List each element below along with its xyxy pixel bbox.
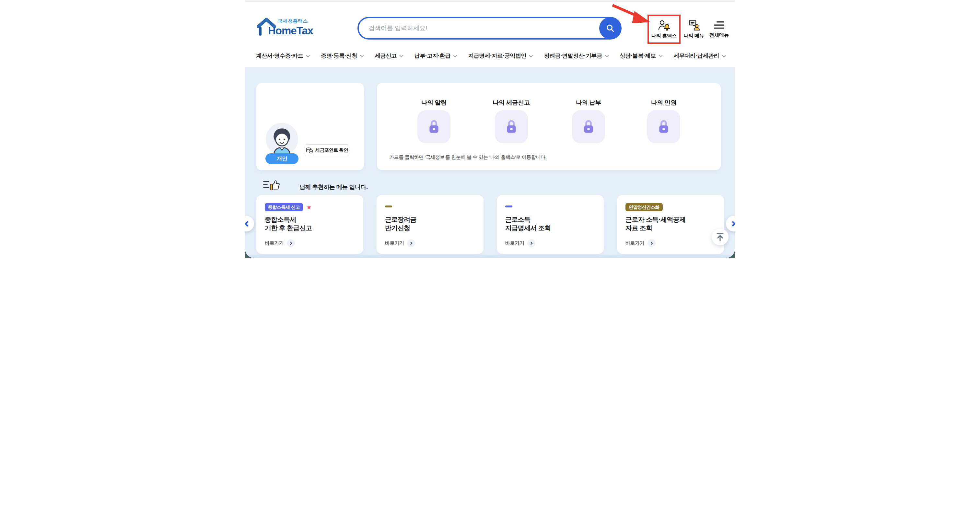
chevron-down-icon [722, 53, 726, 57]
lock-tile [572, 110, 605, 143]
user-type-badge: 개인 [266, 153, 299, 164]
person-bell-icon [657, 20, 670, 31]
card-title: 종합소득세 기한 후 환급신고 [265, 215, 312, 233]
carousel-prev-button[interactable] [245, 216, 254, 231]
quick-menu: 나의 홈택스 나의 메뉴 전체메뉴 [648, 14, 731, 44]
chevron-down-icon [659, 53, 663, 57]
hometax-logo[interactable]: 국세청홈택스 HomeTax [256, 16, 318, 42]
chevron-down-icon [453, 53, 457, 57]
thumbs-up-list-icon [263, 179, 280, 191]
shortcut-link[interactable]: 바로가기 [625, 239, 655, 247]
hamburger-icon [714, 21, 725, 30]
status-caption: 카드를 클릭하면 '국세정보'를 한눈에 볼 수 있는 '나의 홈택스'로 이동… [389, 154, 547, 161]
nav-item-consultation[interactable]: 상담·불복·제보 [620, 52, 662, 60]
nav-item-tax-agent[interactable]: 세무대리·납세관리 [674, 52, 725, 60]
chevron-down-icon [399, 53, 404, 57]
lock-tile [417, 110, 450, 143]
tax-points-label: 세금포인트 확인 [315, 147, 348, 153]
shortcut-link[interactable]: 바로가기 [505, 239, 535, 247]
person-avatar-icon [266, 123, 298, 155]
content-panel: 개인 P 세금포인트 확인 나의 알림 [245, 67, 735, 258]
recommend-card-work-incentive: 근로장려금 반기신청 바로가기 [377, 195, 484, 254]
shortcut-link[interactable]: 바로가기 [265, 239, 295, 247]
lock-tile [495, 110, 528, 143]
my-payment-card[interactable]: 나의 납부 [572, 99, 605, 170]
my-civil-service-card[interactable]: 나의 민원 [647, 99, 680, 170]
lock-tile [647, 110, 680, 143]
search-input[interactable] [359, 18, 620, 38]
bottom-strip [245, 255, 735, 258]
search-icon [605, 23, 615, 33]
nav-item-invoice-receipt-card[interactable]: 계산서·영수증·카드 [256, 52, 310, 60]
my-hometax-label: 나의 홈택스 [651, 33, 677, 39]
card-dash [385, 205, 392, 207]
profile-card: 개인 P 세금포인트 확인 [256, 83, 364, 170]
logo-title: HomeTax [268, 25, 313, 37]
lock-icon [658, 119, 670, 134]
card-title: 근로자 소득·세액공제 자료 조회 [625, 215, 686, 233]
coins-icon: P [306, 147, 313, 154]
nav-item-certificates[interactable]: 증명·등록·신청 [321, 52, 363, 60]
tax-points-button[interactable]: P 세금포인트 확인 [305, 144, 349, 156]
star-icon: ★ [306, 204, 312, 210]
my-hometax-button[interactable]: 나의 홈택스 [648, 14, 681, 44]
lock-icon [428, 119, 440, 134]
my-status-card: 나의 알림 나의 세금신고 [377, 83, 721, 170]
chevron-right-icon[interactable] [287, 239, 295, 247]
carousel-next-button[interactable] [726, 216, 735, 231]
chevron-right-icon[interactable] [527, 239, 535, 247]
chevron-down-icon [306, 53, 310, 57]
nav-item-incentives[interactable]: 장려금·연말정산·기부금 [544, 52, 608, 60]
top-strip [245, 0, 735, 2]
card-title: 근로장려금 반기신청 [385, 215, 417, 233]
chevron-down-icon [529, 53, 533, 57]
arrow-up-icon [716, 233, 724, 242]
all-menu-label: 전체메뉴 [710, 32, 729, 38]
avatar [266, 123, 298, 155]
lock-icon [506, 119, 517, 134]
card-title: 근로소득 지급명세서 조회 [505, 215, 551, 233]
card-badge: 연말정산간소화 [625, 203, 663, 211]
chevron-right-icon[interactable] [648, 239, 655, 247]
chevron-right-icon [730, 221, 735, 226]
search-bar [358, 17, 622, 40]
scroll-to-top-button[interactable] [712, 228, 729, 245]
svg-text:P: P [310, 150, 312, 153]
content-area: 개인 P 세금포인트 확인 나의 알림 [245, 67, 735, 258]
recommend-card-income-tax: 종합소득세 신고 ★ 종합소득세 기한 후 환급신고 바로가기 [256, 195, 363, 254]
nav-item-payment-refund[interactable]: 납부·고지·환급 [414, 52, 457, 60]
nav-item-statements[interactable]: 지급명세·자료·공익법인 [468, 52, 533, 60]
logo-subtitle: 국세청홈택스 [278, 18, 308, 24]
all-menu-button[interactable]: 전체메뉴 [707, 14, 731, 44]
my-menu-label: 나의 메뉴 [684, 33, 704, 39]
card-dash [505, 205, 512, 207]
chevron-right-icon[interactable] [407, 239, 415, 247]
shortcut-link[interactable]: 바로가기 [385, 239, 415, 247]
my-menu-button[interactable]: 나의 메뉴 [682, 14, 706, 44]
chevron-down-icon [605, 53, 609, 57]
recommend-card-earned-income: 근로소득 지급명세서 조회 바로가기 [497, 195, 604, 254]
recommend-card-year-end: 연말정산간소화 근로자 소득·세액공제 자료 조회 바로가기 [617, 195, 724, 254]
hometax-homepage: 국세청홈택스 HomeTax [245, 0, 735, 258]
chevron-left-icon [245, 221, 250, 226]
list-person-icon [687, 20, 700, 31]
card-badge: 종합소득세 신고 [265, 203, 303, 211]
chevron-down-icon [360, 53, 364, 57]
recommend-heading: 님께 추천하는 메뉴 입니다. [299, 183, 368, 191]
search-button[interactable] [599, 17, 621, 39]
lock-icon [583, 119, 594, 134]
main-nav: 계산서·영수증·카드 증명·등록·신청 세금신고 납부·고지·환급 지급명세·자… [245, 46, 735, 65]
nav-item-tax-filing[interactable]: 세금신고 [375, 52, 403, 60]
